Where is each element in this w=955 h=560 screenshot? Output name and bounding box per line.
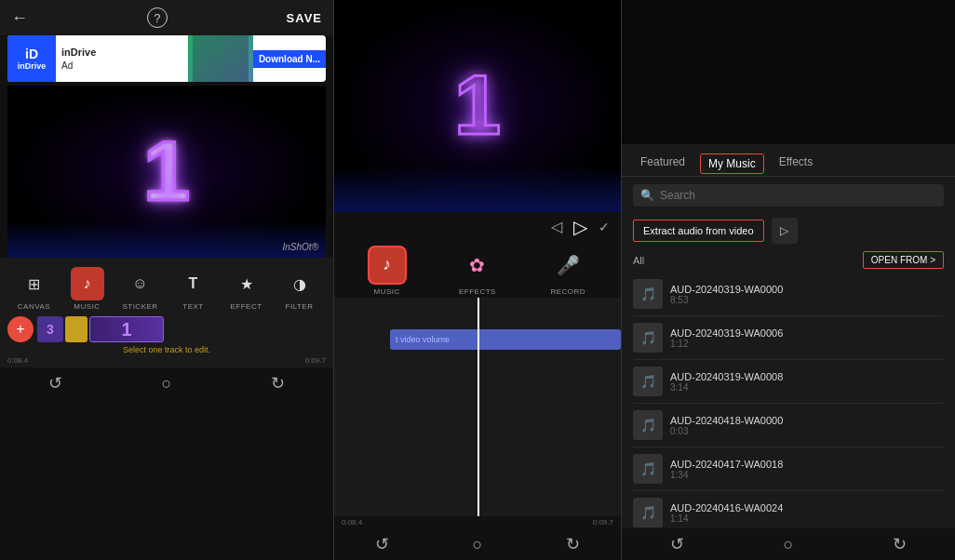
home-button[interactable]: ○ bbox=[153, 374, 181, 393]
canvas-tool-button[interactable]: ⊞ CANVAS bbox=[14, 267, 55, 311]
record-button[interactable]: 🎤 RECORD bbox=[548, 246, 587, 296]
music-duration: 1:14 bbox=[670, 513, 944, 524]
left-arrow-button[interactable]: ◁ bbox=[551, 218, 562, 235]
mid-time-end: 0:09.7 bbox=[593, 518, 613, 527]
undo-button[interactable]: ↺ bbox=[42, 373, 70, 393]
sticker-icon: ☺ bbox=[124, 267, 157, 300]
mid-home-button[interactable]: ○ bbox=[464, 535, 491, 554]
effect-tool-button[interactable]: ★ EFFECT bbox=[226, 267, 267, 311]
music-name: AUD-20240319-WA0008 bbox=[670, 371, 944, 382]
mid-undo-button[interactable]: ↺ bbox=[368, 534, 396, 554]
list-item[interactable]: 🎵 AUD-20240416-WA0024 1:14 bbox=[633, 491, 944, 528]
middle-panel: 1 ◁ ▷ ✓ ♪ MUSIC ✿ EFFECTS 🎤 RECORD t vid… bbox=[333, 0, 622, 560]
mid-time-row: 0:08.4 0:09.7 bbox=[334, 516, 621, 528]
extract-play-button[interactable]: ▷ bbox=[772, 218, 798, 244]
music-info: AUD-20240416-WA0024 1:14 bbox=[670, 502, 944, 524]
music-thumb-icon: 🎵 bbox=[633, 454, 663, 484]
record-icon: 🎤 bbox=[548, 246, 587, 285]
record-tool-label: RECORD bbox=[550, 287, 585, 296]
right-panel: Featured My Music Effects 🔍 Extract audi… bbox=[622, 0, 955, 560]
filter-icon: ◑ bbox=[283, 267, 316, 300]
list-item[interactable]: 🎵 AUD-20240319-WA0006 1:12 bbox=[633, 316, 944, 360]
music-info: AUD-20240319-WA0000 8:53 bbox=[670, 284, 944, 305]
add-clip-button[interactable]: + bbox=[7, 316, 34, 342]
ad-banner[interactable]: iD inDrive inDrive Ad Download N... bbox=[7, 35, 326, 82]
audio-track-bar[interactable]: t video volume bbox=[390, 329, 621, 350]
music-name: AUD-20240418-WA0000 bbox=[670, 415, 944, 426]
music-name: AUD-20240319-WA0000 bbox=[670, 284, 944, 295]
text-tool-button[interactable]: T TEXT bbox=[173, 267, 214, 311]
music-info: AUD-20240319-WA0008 3:14 bbox=[670, 371, 944, 393]
tab-effects[interactable]: Effects bbox=[772, 152, 820, 176]
search-icon: 🔍 bbox=[640, 189, 654, 202]
effects-icon: ✿ bbox=[458, 246, 497, 285]
tabs-row: Featured My Music Effects bbox=[622, 144, 955, 177]
search-input[interactable] bbox=[660, 189, 936, 202]
right-home-button[interactable]: ○ bbox=[774, 535, 802, 554]
clip-yellow[interactable] bbox=[65, 316, 87, 342]
mid-timeline: t video volume bbox=[334, 298, 621, 517]
music-button[interactable]: ♪ MUSIC bbox=[368, 246, 407, 296]
music-icon: ♪ bbox=[71, 267, 104, 300]
timeline-cursor bbox=[478, 298, 479, 517]
help-button[interactable]: ? bbox=[147, 7, 168, 28]
search-bar[interactable]: 🔍 bbox=[633, 184, 944, 207]
music-thumb-icon: 🎵 bbox=[633, 279, 663, 309]
ad-title: inDrive bbox=[61, 46, 182, 59]
list-item[interactable]: 🎵 AUD-20240418-WA0000 0:03 bbox=[633, 404, 944, 447]
effect-label: EFFECT bbox=[230, 302, 262, 311]
top-bar: ← ? SAVE bbox=[0, 0, 333, 35]
open-from-button[interactable]: OPEN FROM > bbox=[863, 251, 944, 269]
music-info: AUD-20240417-WA0018 1:34 bbox=[670, 459, 944, 480]
mid-redo-button[interactable]: ↻ bbox=[559, 534, 587, 554]
filter-tool-button[interactable]: ◑ FILTER bbox=[279, 267, 320, 311]
extract-audio-button[interactable]: Extract audio from video bbox=[633, 220, 764, 242]
tab-featured[interactable]: Featured bbox=[633, 152, 693, 176]
watermark: InShOt® bbox=[283, 242, 319, 252]
music-tool-button[interactable]: ♪ MUSIC bbox=[67, 267, 108, 311]
ad-download-button[interactable]: Download N... bbox=[253, 50, 326, 68]
music-thumb-icon: 🎵 bbox=[633, 410, 663, 440]
ad-text-area: inDrive Ad bbox=[56, 46, 188, 71]
music-duration: 8:53 bbox=[670, 295, 944, 305]
sticker-label: STICKER bbox=[122, 302, 157, 311]
canvas-icon: ⊞ bbox=[18, 267, 51, 300]
list-item[interactable]: 🎵 AUD-20240319-WA0008 3:14 bbox=[633, 360, 944, 404]
clip-main[interactable]: 1 bbox=[89, 316, 164, 342]
clip-strip: 3 1 bbox=[37, 316, 326, 342]
effects-button[interactable]: ✿ EFFECTS bbox=[458, 246, 497, 296]
ad-brand-id: iD bbox=[25, 47, 38, 61]
music-duration: 1:12 bbox=[670, 339, 944, 349]
music-info: AUD-20240418-WA0000 0:03 bbox=[670, 415, 944, 436]
text-icon: T bbox=[177, 267, 210, 300]
timeline-strip: + 3 1 bbox=[0, 314, 333, 344]
ad-brand-name: inDrive bbox=[18, 61, 47, 71]
list-item[interactable]: 🎵 AUD-20240417-WA0018 1:34 bbox=[633, 447, 944, 491]
audio-track-label: t video volume bbox=[396, 335, 450, 344]
ad-image bbox=[188, 35, 253, 82]
right-redo-button[interactable]: ↻ bbox=[885, 534, 913, 554]
music-tools-row: ♪ MUSIC ✿ EFFECTS 🎤 RECORD bbox=[334, 242, 621, 298]
time-start: 0:08.4 bbox=[7, 356, 28, 365]
right-undo-button[interactable]: ↺ bbox=[664, 534, 692, 554]
music-thumb-icon: 🎵 bbox=[633, 323, 663, 353]
effects-tool-label: EFFECTS bbox=[459, 287, 496, 296]
check-button[interactable]: ✓ bbox=[599, 220, 610, 234]
play-button[interactable]: ▷ bbox=[573, 216, 587, 238]
music-active-icon: ♪ bbox=[368, 246, 407, 285]
list-item[interactable]: 🎵 AUD-20240319-WA0000 8:53 bbox=[633, 273, 944, 316]
redo-button[interactable]: ↻ bbox=[263, 373, 291, 393]
music-name: AUD-20240416-WA0024 bbox=[670, 502, 944, 513]
save-button[interactable]: SAVE bbox=[287, 11, 322, 25]
text-label: TEXT bbox=[182, 302, 203, 311]
clip-number[interactable]: 3 bbox=[37, 316, 63, 342]
tab-my-music[interactable]: My Music bbox=[700, 153, 764, 174]
mid-time-start: 0:08.4 bbox=[342, 518, 362, 527]
middle-bottom-nav: ↺ ○ ↻ bbox=[334, 528, 621, 560]
back-button[interactable]: ← bbox=[11, 8, 28, 28]
ad-logo: iD inDrive bbox=[7, 35, 56, 82]
sticker-tool-button[interactable]: ☺ STICKER bbox=[120, 267, 161, 311]
select-track-message: Select one track to edit. bbox=[0, 344, 333, 355]
right-preview-area bbox=[622, 0, 955, 144]
music-label: MUSIC bbox=[74, 302, 100, 311]
